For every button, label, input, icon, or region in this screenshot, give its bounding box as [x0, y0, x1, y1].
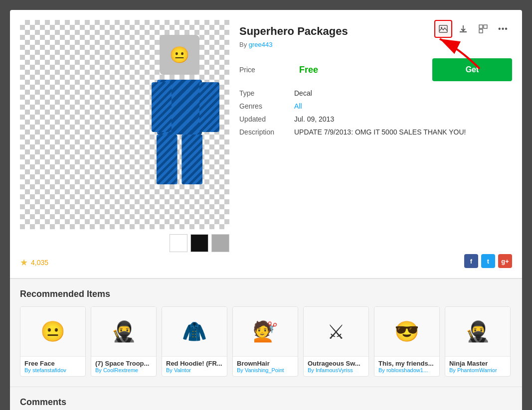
recommended-item-card[interactable]: 🥷 Ninja Master By PhantomWarrior — [445, 306, 511, 377]
genres-row: Genres All — [239, 102, 512, 110]
description-row: Description UPDATE 7/9/2013: OMG IT 5000… — [239, 128, 512, 136]
price-label: Price — [239, 66, 289, 74]
thumbnail-gray[interactable] — [211, 234, 229, 252]
character-face: 😐 — [170, 47, 189, 63]
toolbar-icons: ••• — [434, 20, 512, 38]
item-card-image: 😐 — [20, 307, 85, 357]
character-left-arm — [152, 82, 172, 132]
tree-icon — [478, 24, 488, 34]
facebook-icon: f — [470, 258, 472, 265]
item-card-name: Ninja Master — [449, 360, 506, 367]
description-label: Description — [239, 128, 294, 136]
twitter-icon: t — [487, 258, 489, 265]
genres-link[interactable]: All — [294, 102, 302, 110]
social-icons: f t g+ — [464, 254, 512, 268]
item-card-author: By PhantomWarrior — [449, 367, 506, 373]
recommended-item-card[interactable]: 🥷 (7) Space Troop... By CoolRextreme — [91, 306, 157, 377]
item-card-image: ⚔ — [304, 307, 368, 357]
more-options-button[interactable]: ••• — [494, 20, 512, 38]
rating-count: 4,035 — [31, 259, 48, 267]
download-icon — [458, 24, 468, 34]
svg-rect-3 — [484, 25, 487, 28]
image-view-button[interactable] — [434, 20, 452, 38]
image-icon — [438, 24, 448, 34]
star-icon: ★ — [20, 257, 28, 268]
item-card-image: 🥷 — [91, 307, 156, 357]
more-icon: ••• — [498, 24, 508, 33]
comments-section: Comments — [10, 387, 522, 410]
type-row: Type Decal — [239, 89, 512, 97]
type-value: Decal — [294, 89, 312, 97]
product-section: 😐 ★ 4,035 — [10, 10, 522, 278]
recommended-item-card[interactable]: ⚔ Outrageous Sw... By InfamousVyriss — [303, 306, 369, 377]
tree-view-button[interactable] — [474, 20, 492, 38]
item-card-author: By Valntor — [166, 367, 223, 373]
thumbnail-white[interactable] — [170, 234, 187, 252]
rating-bar: ★ 4,035 — [20, 257, 229, 268]
updated-row: Updated Jul. 09, 2013 — [239, 115, 512, 123]
item-card-info: BrownHair By Vanishing_Point — [233, 357, 298, 376]
item-card-info: This, my friends... By robloxshadow1... — [374, 357, 439, 376]
googleplus-icon: g+ — [501, 258, 509, 265]
updated-value: Jul. 09, 2013 — [294, 115, 334, 123]
item-card-info: Red Hoodie! (FR... By Valntor — [162, 357, 227, 376]
recommended-item-card[interactable]: 😐 Free Face By stefanstafidov — [20, 306, 86, 377]
item-card-name: Free Face — [24, 360, 81, 367]
download-button[interactable] — [454, 20, 472, 38]
type-label: Type — [239, 89, 294, 97]
googleplus-button[interactable]: g+ — [498, 254, 512, 268]
item-card-image: 😎 — [374, 307, 439, 357]
recommended-item-card[interactable]: 😎 This, my friends... By robloxshadow1..… — [374, 306, 440, 377]
item-card-name: Red Hoodie! (FR... — [166, 360, 223, 367]
preview-area: 😐 ★ 4,035 — [20, 20, 229, 268]
item-card-image: 🧥 — [162, 307, 227, 357]
recommended-item-card[interactable]: 💇 BrownHair By Vanishing_Point — [232, 306, 298, 377]
description-value: UPDATE 7/9/2013: OMG IT 5000 SALES THANK… — [294, 128, 466, 136]
recommended-title: Recommended Items — [20, 289, 512, 299]
item-card-author: By CoolRextreme — [95, 367, 152, 373]
genres-value: All — [294, 102, 302, 110]
svg-rect-2 — [479, 25, 483, 28]
twitter-button[interactable]: t — [481, 254, 495, 268]
info-section: ••• Superhero Packages By gree443 Price … — [239, 20, 512, 268]
main-card: 😐 ★ 4,035 — [10, 10, 522, 410]
preview-image-box: 😐 — [20, 20, 229, 229]
item-card-name: Outrageous Sw... — [308, 360, 364, 367]
character-left-leg — [157, 135, 177, 184]
item-card-image: 🥷 — [445, 307, 510, 357]
comments-title: Comments — [20, 397, 512, 408]
item-card-name: (7) Space Troop... — [95, 360, 152, 367]
recommended-section: Recommended Items 😐 Free Face By stefans… — [10, 278, 522, 387]
character-right-leg — [181, 135, 202, 184]
character-right-arm — [199, 82, 219, 132]
item-card-info: Free Face By stefanstafidov — [20, 357, 85, 376]
item-card-info: (7) Space Troop... By CoolRextreme — [91, 357, 156, 376]
item-card-author: By Vanishing_Point — [237, 367, 294, 373]
updated-label: Updated — [239, 115, 294, 123]
facebook-button[interactable]: f — [464, 254, 478, 268]
recommended-items-grid: 😐 Free Face By stefanstafidov 🥷 (7) Spac… — [20, 306, 512, 377]
genres-label: Genres — [239, 102, 294, 110]
item-card-name: This, my friends... — [378, 360, 435, 367]
preview-thumbnails — [20, 234, 229, 252]
item-card-name: BrownHair — [237, 360, 294, 367]
item-card-info: Outrageous Sw... By InfamousVyriss — [304, 357, 368, 376]
item-card-image: 💇 — [233, 307, 298, 357]
author-link[interactable]: gree443 — [249, 41, 273, 48]
item-author: By gree443 — [239, 41, 512, 48]
thumbnail-black[interactable] — [190, 234, 208, 252]
item-card-info: Ninja Master By PhantomWarrior — [445, 357, 510, 376]
price-get-row: Price Free Get — [239, 58, 512, 81]
character-head: 😐 — [160, 35, 199, 75]
get-button[interactable]: Get — [432, 58, 512, 81]
item-card-author: By stefanstafidov — [24, 367, 81, 373]
item-card-author: By InfamousVyriss — [308, 367, 364, 373]
recommended-item-card[interactable]: 🧥 Red Hoodie! (FR... By Valntor — [162, 306, 227, 377]
svg-rect-4 — [479, 29, 483, 33]
price-value: Free — [299, 65, 422, 75]
item-card-author: By robloxshadow1... — [378, 367, 435, 373]
